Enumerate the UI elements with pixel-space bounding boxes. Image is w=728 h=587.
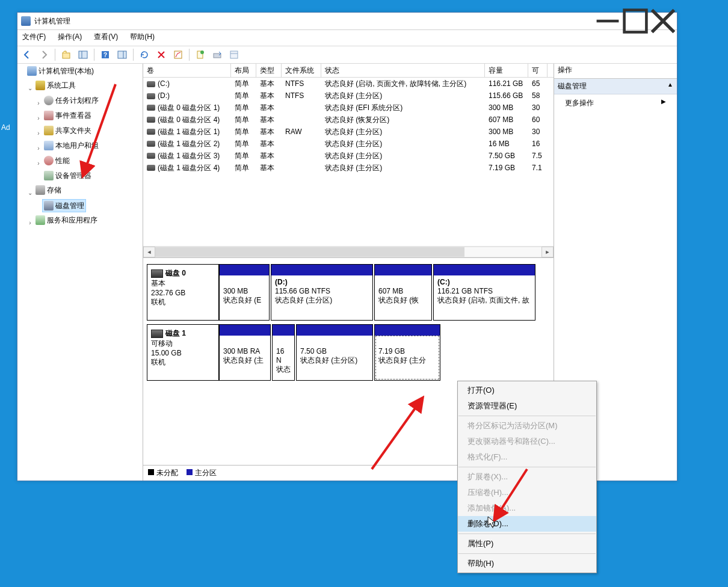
- volume-icon: [147, 165, 155, 171]
- disk1-label[interactable]: 磁盘 1 可移动 15.00 GB 联机: [147, 324, 219, 381]
- properties-button[interactable]: [171, 48, 185, 62]
- disk0-size: 232.76 GB: [151, 289, 215, 297]
- maximize-button[interactable]: [622, 13, 649, 29]
- tree-services-apps[interactable]: 服务和应用程序: [34, 214, 99, 226]
- help-button[interactable]: ?: [98, 48, 113, 62]
- attach-vhd-button[interactable]: [210, 48, 224, 62]
- new-button[interactable]: [193, 48, 208, 62]
- tree-local-users[interactable]: 本地用户和组: [42, 140, 100, 152]
- partition[interactable]: 607 MB状态良好 (恢: [374, 264, 432, 321]
- volume-row[interactable]: (D:)简单基本NTFS状态良好 (主分区)115.66 GB58: [143, 90, 554, 102]
- titlebar[interactable]: 计算机管理: [17, 13, 677, 30]
- volume-layout: 简单: [231, 102, 256, 114]
- action-pane-button[interactable]: [115, 48, 129, 62]
- tree-shared-folders[interactable]: 共享文件夹: [42, 124, 93, 137]
- tree-device-manager[interactable]: 设备管理器: [42, 170, 93, 182]
- context-menu-item[interactable]: 帮助(H): [458, 556, 596, 571]
- forward-button[interactable]: [37, 48, 51, 62]
- context-menu-item[interactable]: 属性(P): [458, 536, 596, 552]
- context-menu-item[interactable]: 删除卷(D)...: [458, 516, 596, 532]
- partition-size: 116.21 GB NTFS: [437, 287, 493, 295]
- col-volume[interactable]: 卷: [143, 64, 231, 77]
- context-menu-item[interactable]: 资源管理器(E): [458, 398, 596, 414]
- context-menu-item[interactable]: 打开(O): [458, 383, 596, 398]
- partition-status: 状态: [276, 365, 291, 373]
- minimize-button[interactable]: [594, 13, 622, 29]
- twisty-icon[interactable]: ›: [35, 128, 42, 140]
- twisty-icon[interactable]: ⌄: [27, 187, 33, 199]
- tree-root[interactable]: 计算机管理(本地): [25, 65, 96, 77]
- partition-header: [375, 325, 440, 336]
- volume-row[interactable]: (磁盘 0 磁盘分区 4)简单基本状态良好 (恢复分区)607 MB60: [143, 114, 554, 126]
- actions-more[interactable]: 更多操作 ▶: [554, 94, 677, 112]
- volume-list-hscroll[interactable]: ◄ ►: [143, 246, 554, 257]
- disk0-label[interactable]: 磁盘 0 基本 232.76 GB 联机: [147, 264, 219, 321]
- scroll-thumb[interactable]: [155, 247, 464, 257]
- menu-help[interactable]: 帮助(H): [128, 31, 157, 45]
- col-status[interactable]: 状态: [321, 64, 485, 77]
- twisty-icon[interactable]: ›: [35, 112, 42, 124]
- svg-rect-12: [230, 51, 238, 58]
- navigation-tree[interactable]: 计算机管理(本地) ⌄系统工具 ›任务计划程序 ›事件查看器 ›共享文件夹 ›本…: [17, 64, 143, 481]
- volume-row[interactable]: (磁盘 1 磁盘分区 4)简单基本状态良好 (主分区)7.19 GB7.1: [143, 162, 554, 174]
- scroll-right-button[interactable]: ►: [541, 247, 554, 257]
- collapse-arrow-icon[interactable]: ▲: [667, 81, 673, 91]
- menu-view[interactable]: 查看(V): [91, 31, 120, 45]
- context-menu[interactable]: 打开(O)资源管理器(E)将分区标记为活动分区(M)更改驱动器号和路径(C)..…: [457, 381, 597, 573]
- volume-capacity: 607 MB: [485, 115, 528, 124]
- menu-action[interactable]: 操作(A): [55, 31, 84, 45]
- twisty-icon[interactable]: ›: [27, 217, 33, 229]
- twisty-icon[interactable]: ⌄: [27, 82, 33, 94]
- col-filesystem[interactable]: 文件系统: [282, 64, 321, 77]
- volume-list-header[interactable]: 卷 布局 类型 文件系统 状态 容量 可: [143, 64, 554, 78]
- partition[interactable]: 16 N状态: [272, 324, 295, 381]
- partition[interactable]: (C:)116.21 GB NTFS状态良好 (启动, 页面文件, 故: [433, 264, 535, 321]
- scroll-left-button[interactable]: ◄: [143, 247, 155, 257]
- volume-fs: [282, 107, 321, 108]
- volume-capacity: 300 MB: [485, 127, 528, 137]
- volume-row[interactable]: (磁盘 1 磁盘分区 3)简单基本状态良好 (主分区)7.50 GB7.5: [143, 150, 554, 162]
- menu-file[interactable]: 文件(F): [20, 31, 48, 45]
- col-capacity[interactable]: 容量: [485, 64, 528, 77]
- twisty-icon[interactable]: ›: [35, 158, 42, 170]
- col-layout[interactable]: 布局: [231, 64, 256, 77]
- tree-event-viewer[interactable]: 事件查看器: [42, 109, 93, 121]
- partition[interactable]: 7.19 GB状态良好 (主分: [374, 324, 440, 381]
- tree-system-tools[interactable]: 系统工具: [34, 79, 78, 91]
- refresh-button[interactable]: [137, 48, 152, 62]
- volume-list[interactable]: 卷 布局 类型 文件系统 状态 容量 可 (C:)简单基本NTFS状态良好 (启…: [143, 64, 554, 258]
- col-free[interactable]: 可: [528, 64, 548, 77]
- tree-storage[interactable]: 存储: [34, 184, 63, 196]
- partition[interactable]: 7.50 GB状态良好 (主分区): [296, 324, 373, 381]
- volume-row[interactable]: (磁盘 1 磁盘分区 2)简单基本状态良好 (主分区)16 MB16: [143, 138, 554, 150]
- actions-section-title[interactable]: 磁盘管理 ▲: [554, 79, 677, 94]
- up-button[interactable]: [59, 48, 73, 62]
- volume-free: 58: [528, 91, 548, 100]
- partition[interactable]: (D:)115.66 GB NTFS状态良好 (主分区): [271, 264, 373, 321]
- partition-status: 状态良好 (主: [223, 356, 264, 364]
- volume-row[interactable]: (磁盘 1 磁盘分区 1)简单基本RAW状态良好 (主分区)300 MB30: [143, 126, 554, 138]
- show-hide-console-tree-button[interactable]: [76, 48, 90, 62]
- scroll-track[interactable]: [155, 247, 541, 257]
- disk-row-0[interactable]: 磁盘 0 基本 232.76 GB 联机 300 MB状态良好 (E(D:)11…: [147, 264, 550, 321]
- tree-performance[interactable]: 性能: [42, 155, 72, 167]
- twisty-icon[interactable]: ›: [35, 97, 42, 109]
- partition[interactable]: 300 MB状态良好 (E: [219, 264, 270, 321]
- tree-disk-management[interactable]: 磁盘管理: [42, 199, 86, 212]
- legend-primary-label: 主分区: [195, 469, 217, 477]
- tree-task-scheduler[interactable]: 任务计划程序: [42, 94, 100, 106]
- volume-row[interactable]: (磁盘 0 磁盘分区 1)简单基本状态良好 (EFI 系统分区)300 MB30: [143, 102, 554, 114]
- settings-button[interactable]: [227, 48, 241, 62]
- volume-free: 30: [528, 127, 548, 137]
- disk-row-1[interactable]: 磁盘 1 可移动 15.00 GB 联机 300 MB RA状态良好 (主16 …: [147, 324, 550, 381]
- volume-free: 65: [528, 79, 548, 88]
- partition[interactable]: 300 MB RA状态良好 (主: [219, 324, 271, 381]
- volume-type: 基本: [256, 78, 282, 90]
- volume-row[interactable]: (C:)简单基本NTFS状态良好 (启动, 页面文件, 故障转储, 主分区)11…: [143, 78, 554, 90]
- close-button[interactable]: [649, 13, 677, 29]
- back-button[interactable]: [20, 48, 34, 62]
- twisty-icon[interactable]: ›: [35, 143, 42, 155]
- col-type[interactable]: 类型: [256, 64, 282, 77]
- volume-layout: 简单: [231, 162, 256, 174]
- delete-x-button[interactable]: [154, 48, 168, 62]
